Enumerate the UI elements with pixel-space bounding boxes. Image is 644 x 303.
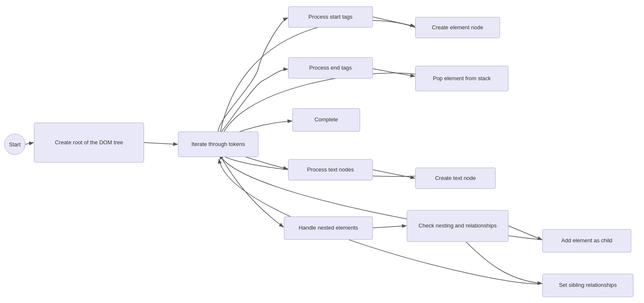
add-child-node: Add element as child [542,229,631,252]
process-text-node: Process text nodes [288,159,373,180]
handle-nested-label: Handle nested elements [299,224,358,232]
svg-line-1 [144,143,178,144]
set-sibling-node: Set sibling relationships [542,274,633,297]
create-element-label: Create element node [432,24,483,31]
process-start-node: Process start tags [288,6,373,28]
svg-line-0 [25,143,33,144]
create-element-node: Create element node [415,17,500,38]
create-root-node: Create root of the DOM tree [34,123,144,163]
pop-element-label: Pop element from stack [433,75,491,82]
svg-line-6 [508,226,542,240]
set-sibling-label: Set sibling relationships [559,281,617,289]
svg-line-3 [373,69,415,76]
svg-line-5 [373,226,406,228]
process-start-label: Process start tags [308,13,353,21]
svg-line-2 [373,17,415,26]
complete-node: Complete [292,108,360,132]
iterate-label: Iterate through tokens [192,140,245,148]
create-text-node: Create text node [415,168,496,189]
complete-label: Complete [314,116,338,123]
start-node: Start [4,134,25,155]
check-nesting-label: Check nesting and relationships [419,222,497,230]
pop-element-node: Pop element from stack [415,66,508,91]
create-text-label: Create text node [435,174,476,182]
process-text-label: Process text nodes [307,166,354,174]
start-label: Start [9,141,20,148]
process-end-node: Process end tags [288,57,373,79]
add-child-label: Add element as child [561,237,613,244]
check-nesting-node: Check nesting and relationships [407,210,508,242]
create-root-label: Create root of the DOM tree [55,139,123,146]
svg-line-4 [373,170,415,178]
iterate-node: Iterate through tokens [178,132,258,157]
diagram-container: Start Create root of the DOM tree Iterat… [0,0,644,303]
handle-nested-node: Handle nested elements [284,216,373,240]
process-end-label: Process end tags [309,64,352,72]
